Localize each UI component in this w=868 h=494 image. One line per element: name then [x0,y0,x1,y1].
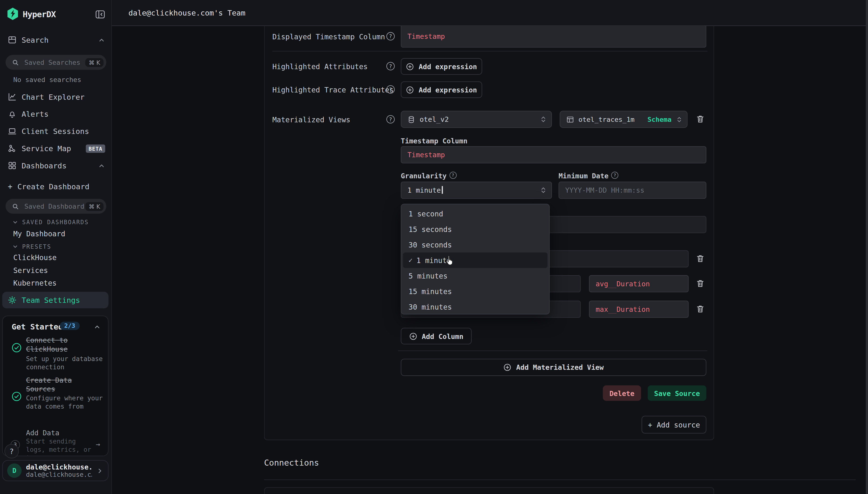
granularity-value: 1 minute [407,186,441,194]
delete-column-icon[interactable] [696,279,705,288]
button-label: Add source [657,420,700,429]
delete-column-icon[interactable] [696,304,705,314]
saved-dashboards-input[interactable] [23,202,85,211]
sidebar-item-chart-explorer[interactable]: Chart Explorer [8,92,105,101]
sidebar-item-kubernetes[interactable]: Kubernetes [13,279,57,287]
add-expression-button[interactable]: Add expression [401,58,482,75]
saved-dashboards-search[interactable]: ⌘ K [5,199,106,214]
mv-column-alias-input[interactable] [589,275,689,292]
schema-link[interactable]: Schema [648,115,672,123]
scrollbar[interactable] [866,0,868,494]
step-desc: Set up your database connection [26,355,104,372]
minimum-date-input[interactable] [558,182,706,199]
help-icon[interactable]: ? [386,62,395,70]
saved-searches-search[interactable]: ⌘ K [5,55,106,70]
page-title: dale@clickhouse.com's Team [128,8,245,17]
laptop-icon [8,127,17,136]
brand-name: HyperDX [23,10,56,19]
divider [264,479,856,480]
divider [398,350,708,351]
plus-circle-icon [406,86,414,94]
help-fab-button[interactable]: ? [4,444,19,458]
saved-searches-input[interactable] [23,58,85,67]
field-label: Materialized Views [272,116,350,124]
sidebar-item-label: Service Map [22,144,81,153]
text-cursor [442,186,443,194]
field-label: Timestamp Column [401,137,467,145]
dropdown-option[interactable]: 30 seconds [401,237,549,252]
group-saved-dashboards[interactable]: SAVED DASHBOARDS [12,218,89,225]
sidebar-item-team-settings[interactable]: Team Settings [2,292,109,308]
help-icon[interactable]: ? [449,172,457,179]
sidebar-item-my-dashboard[interactable]: My Dashboard [13,230,65,238]
sidebar-item-alerts[interactable]: Alerts [8,110,105,119]
mv-timestamp-column-input[interactable] [401,146,707,163]
chevron-right-icon [96,467,103,474]
delete-mv-icon[interactable] [696,115,705,124]
delete-column-icon[interactable] [696,254,705,263]
granularity-dropdown-menu: 1 second 15 seconds 30 seconds ✓ 1 minut… [401,204,550,315]
sidebar: HyperDX Search ⌘ K No saved searches Cha… [0,0,112,494]
search-table-icon [8,35,17,44]
updown-chevrons-icon [540,116,547,123]
sidebar-item-label: Search [22,35,93,44]
field-label: Highlighted Attributes [272,63,368,71]
add-materialized-view-button[interactable]: Add Materialized View [401,359,707,376]
gear-icon [8,296,17,305]
connections-heading: Connections [264,458,319,468]
team-settings-label: Team Settings [22,296,80,305]
sidebar-item-label: Chart Explorer [22,92,85,101]
mv-table-select[interactable]: otel_traces_1m Schema [560,111,688,128]
help-icon[interactable]: ? [386,115,395,124]
no-saved-searches-text: No saved searches [13,76,81,84]
add-source-button[interactable]: + Add source [642,416,707,434]
topbar: dale@clickhouse.com's Team [112,0,868,26]
arrow-right-icon[interactable]: → [96,440,100,449]
add-column-button[interactable]: Add Column [401,328,471,344]
sidebar-item-dashboards[interactable]: Dashboards [8,161,105,170]
save-source-button[interactable]: Save Source [648,385,707,401]
help-icon[interactable]: ? [386,32,395,40]
user-name: dale@clickhouse.… [26,463,92,471]
step-title[interactable]: Connect to ClickHouse [26,336,103,354]
dropdown-option[interactable]: 5 minutes [401,268,549,283]
group-label: SAVED DASHBOARDS [22,218,89,225]
sidebar-item-label: Client Sessions [22,127,89,136]
sidebar-collapse-icon[interactable] [95,10,105,19]
group-presets[interactable]: PRESETS [12,243,51,250]
field-label: Minimum Date? [558,172,618,180]
search-icon [12,202,19,210]
create-dashboard-button[interactable]: + Create Dashboard [8,182,105,191]
dropdown-option[interactable]: 15 seconds [401,222,549,237]
table-icon [566,115,574,123]
dropdown-option[interactable]: 30 minutes [401,299,549,315]
chevron-up-icon[interactable] [94,323,101,331]
mv-column-alias-input[interactable] [589,301,689,318]
updown-chevrons-icon [676,116,682,122]
add-expression-button[interactable]: Add expression [401,81,482,98]
help-icon[interactable]: ? [611,172,619,179]
user-menu[interactable]: D dale@clickhouse.… dale@clickhouse.c… [2,460,109,481]
group-label: PRESETS [22,243,51,250]
dropdown-option-selected[interactable]: ✓ 1 minute [403,252,547,268]
beta-badge: BETA [86,144,105,152]
delete-source-button[interactable]: Delete [603,385,641,401]
granularity-combobox[interactable]: 1 minute [401,182,552,199]
sidebar-item-client-sessions[interactable]: Client Sessions [8,127,105,136]
chevron-down-icon [12,243,18,249]
sidebar-item-service-map[interactable]: Service Map BETA [8,144,105,153]
plus-circle-icon [503,363,512,372]
chart-icon [8,92,17,101]
plus-icon: + [8,182,12,191]
help-icon[interactable]: ? [386,85,395,93]
sidebar-item-search[interactable]: Search [8,35,105,44]
step-title[interactable]: Create Data Sources [26,376,103,394]
dropdown-option[interactable]: 15 minutes [401,283,549,299]
dropdown-option[interactable]: 1 second [401,206,549,222]
plus-icon: + [648,420,652,429]
sidebar-item-clickhouse[interactable]: ClickHouse [13,253,57,262]
sidebar-item-services[interactable]: Services [13,266,48,275]
mv-view-select[interactable]: otel_v2 [401,111,552,128]
step-title[interactable]: Add Data [26,429,103,437]
displayed-timestamp-input[interactable] [401,26,707,48]
